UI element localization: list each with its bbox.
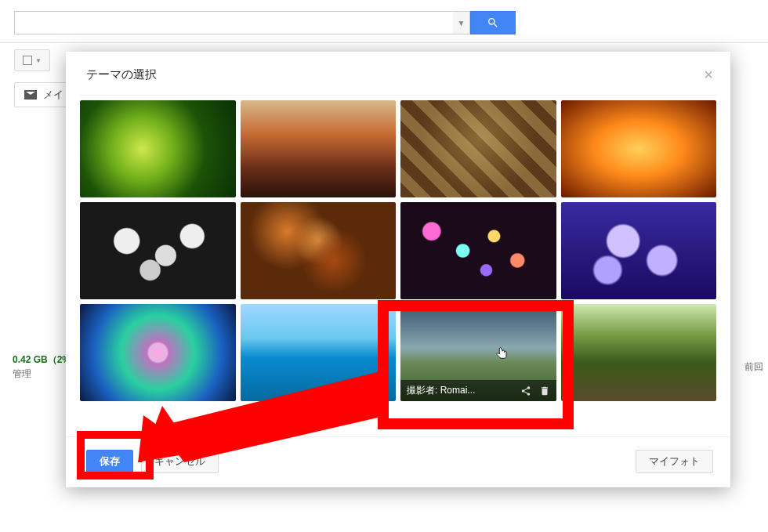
theme-thumb[interactable] <box>400 202 556 299</box>
modal-footer: 保存 キャンセル マイフォト <box>66 436 730 487</box>
save-button[interactable]: 保存 <box>86 450 133 473</box>
search-dropdown-toggle[interactable]: ▼ <box>453 11 470 34</box>
theme-thumb[interactable] <box>80 100 236 197</box>
top-bar: ▼ <box>0 0 768 43</box>
inbox-icon <box>24 90 37 100</box>
theme-thumb[interactable] <box>80 202 236 299</box>
theme-thumb[interactable] <box>561 304 717 401</box>
theme-caption-bar: 撮影者: Romai... <box>400 380 556 401</box>
my-photos-label: マイフォト <box>649 454 700 469</box>
my-photos-button[interactable]: マイフォト <box>636 450 713 473</box>
caret-down-icon: ▼ <box>35 57 42 64</box>
checkbox-icon <box>23 56 32 65</box>
theme-thumb[interactable] <box>241 304 397 401</box>
theme-grid: 撮影者: Romai... <box>80 99 716 403</box>
search-input[interactable] <box>14 11 453 34</box>
modal-header: テーマの選択 × <box>66 52 730 95</box>
theme-thumb[interactable] <box>80 304 236 401</box>
select-all-dropdown[interactable]: ▼ <box>14 49 50 71</box>
last-login: 前回 <box>744 360 763 374</box>
nav-inbox[interactable]: メイ <box>14 82 74 107</box>
theme-thumb[interactable] <box>561 100 717 197</box>
search-button[interactable] <box>470 11 516 34</box>
theme-thumbnails-area: 撮影者: Romai... <box>80 95 716 408</box>
trash-icon[interactable] <box>539 385 550 396</box>
theme-thumb[interactable] <box>241 100 397 197</box>
save-button-label: 保存 <box>100 454 120 469</box>
cursor-hand-icon <box>494 345 510 364</box>
theme-thumb[interactable] <box>241 202 397 299</box>
close-icon[interactable]: × <box>704 66 713 84</box>
modal-title: テーマの選択 <box>86 67 157 82</box>
theme-thumb-selected[interactable]: 撮影者: Romai... <box>400 304 556 401</box>
theme-thumb[interactable] <box>400 100 556 197</box>
search-icon <box>487 16 499 29</box>
theme-thumb[interactable] <box>561 202 717 299</box>
search-bar: ▼ <box>14 11 516 34</box>
share-icon[interactable] <box>520 385 531 396</box>
cancel-button-label: キャンセル <box>154 454 205 469</box>
nav-inbox-label: メイ <box>43 88 63 102</box>
cancel-button[interactable]: キャンセル <box>141 450 219 473</box>
last-login-text: 前回 <box>744 361 763 372</box>
theme-picker-modal: テーマの選択 × 撮影者: Romai... <box>66 52 730 487</box>
theme-caption-text: 撮影者: Romai... <box>407 384 475 397</box>
